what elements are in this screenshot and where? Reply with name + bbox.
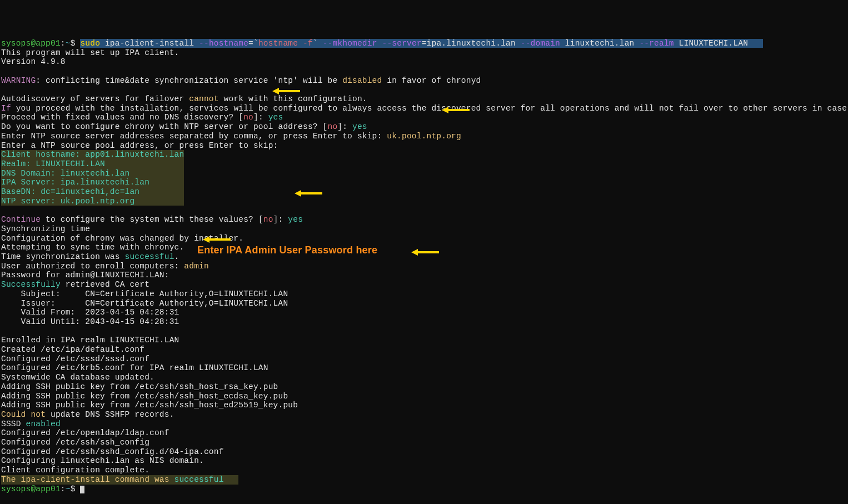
prompt-sep: : [61,39,66,48]
cmd-realm-val: LINUXTECHI.LAN [674,39,749,48]
output-text: Autodiscovery of servers for failover [1,94,189,103]
output-line: Created /etc/ipa/default.conf [1,345,144,354]
output-line: Adding SSH public key from /etc/ssh/ssh_… [1,382,278,391]
output-line: Adding SSH public key from /etc/ssh/ssh_… [1,401,298,410]
client-hostname: Client hostname: app01.linuxtechi.lan [1,150,184,159]
annotation-arrow-icon [295,190,322,197]
proceed-no: no [243,113,253,122]
cmd-hostname-flag: --hostname [199,39,248,48]
output-line: Configured /etc/sssd/sssd.conf [1,355,149,363]
cmd-mkhomedir: --mkhomedir [323,39,382,48]
output-line: Client configuration complete. [1,466,149,475]
output-line: Password for admin@LINUXTECHI.LAN: [1,271,169,280]
terminal-output[interactable]: sysops@app01:~$ sudo ipa-client-install … [1,39,847,493]
if-label: If [1,104,11,113]
cmd-domain-val: linuxtechi.lan [560,39,639,48]
cursor [80,486,84,493]
annotation-arrow-icon [442,107,470,113]
chrony-yes: yes [352,122,367,131]
chrony-no: no [328,122,338,131]
output-text: update DNS SSHFP records. [46,410,174,419]
output-text: ]: [273,215,288,224]
output-line: Attempting to sync time with chronyc. [1,243,184,252]
output-line: Synchronizing time [1,224,90,233]
output-text: in favor of chronyd [382,76,481,85]
output-line: Enrolled in IPA realm LINUXTECHI.LAN [1,336,179,345]
prompt-dollar: $ [71,39,81,48]
output-text: SSSD [1,420,26,428]
cmd-hostname-val: hostname -f [258,39,313,48]
final-text: The ipa-client-install command was [1,475,174,484]
output-text: ]: [253,113,268,122]
output-text: Proceed with fixed values and no DNS dis… [1,113,243,122]
annotation-arrow-icon [272,88,300,94]
output-line: Valid Until: 2043-04-15 04:28:31 [1,317,179,326]
cmd-sudo: sudo [80,39,100,48]
sssd-enabled: enabled [26,420,61,428]
prompt-dollar: $ [71,485,81,493]
user-auth-admin: admin [184,262,209,271]
basedn: BaseDN: dc=linuxtechi,dc=lan [1,187,139,196]
cmd-realm-flag: --realm [639,39,674,48]
final-success: successful [174,475,224,484]
prompt-path: ~ [66,485,71,493]
continue-no: no [263,215,273,224]
prompt-sep: : [61,485,66,493]
cmd-server-val: =ipa.linuxtechi.lan [422,39,521,48]
output-text: . [174,252,179,261]
auto-cannot: cannot [189,94,218,103]
output-line: Configured /etc/ssh/sshd_config.d/04-ipa… [1,447,224,456]
annotation-arrow-icon [411,249,439,256]
cmd-ipa: ipa-client-install [100,39,199,48]
output-line: Version 4.9.8 [1,57,66,66]
output-text: Enter NTP source server addresses separa… [1,132,387,141]
output-text: : conflicting time&date synchronization … [36,76,342,85]
prompt-user: sysops@app01 [1,485,61,493]
output-line: Configured /etc/krb5.conf for IPA realm … [1,363,268,372]
ntp-src-val: uk.pool.ntp.org [387,132,461,141]
output-line: Issuer: CN=Certificate Authority,O=LINUX… [1,299,288,308]
success-retrieved: Successfully [1,280,61,289]
output-text: to configure the system with these value… [41,215,263,224]
output-line: Adding SSH public key from /etc/ssh/ssh_… [1,392,288,401]
continue-yes: yes [288,215,303,224]
output-text: Enter a NTP source pool address, or pres… [1,141,278,150]
could-not: Could not [1,410,46,419]
output-line: Configuring linuxtechi.lan as NIS domain… [1,456,204,465]
cmd-eq1: =` [248,39,258,48]
annotation-text: Enter IPA Admin User Password here [197,246,377,255]
warning-label: WARNING [1,76,36,85]
output-line: Configured /etc/openldap/ldap.conf [1,428,169,437]
continue-label: Continue [1,215,41,224]
ntp-server: NTP server: uk.pool.ntp.org [1,197,134,206]
ipa-server: IPA Server: ipa.linuxtechi.lan [1,178,149,187]
prompt-user: sysops@app01 [1,39,61,48]
time-sync-success: successful [125,252,174,261]
output-text: Do you want to configure chrony with NTP… [1,122,328,131]
prompt-path: ~ [66,39,71,48]
output-text: you proceed with the installation, servi… [11,104,848,113]
output-line: Valid From: 2023-04-15 04:28:31 [1,308,179,317]
output-text: User authorized to enroll computers: [1,262,184,271]
output-line: Systemwide CA database updated. [1,373,154,382]
output-text: retrieved CA cert [61,280,149,289]
cmd-server-flag: --server [382,39,421,48]
annotation-arrow-icon [203,236,231,243]
realm: Realm: LINUXTECHI.LAN [1,159,105,168]
dns-domain: DNS Domain: linuxtechi.lan [1,169,129,178]
output-line: Subject: CN=Certificate Authority,O=LINU… [1,290,288,298]
cmd-backtick: ` [313,39,323,48]
warn-disabled: disabled [342,76,382,85]
proceed-yes: yes [268,113,283,122]
cmd-domain-flag: --domain [521,39,560,48]
output-line: This program will set up IPA client. [1,48,179,57]
output-line: Configured /etc/ssh/ssh_config [1,438,149,447]
output-text: Time synchronization was [1,252,125,261]
output-text: ]: [337,122,352,131]
output-text: work with this configuration. [219,94,367,103]
